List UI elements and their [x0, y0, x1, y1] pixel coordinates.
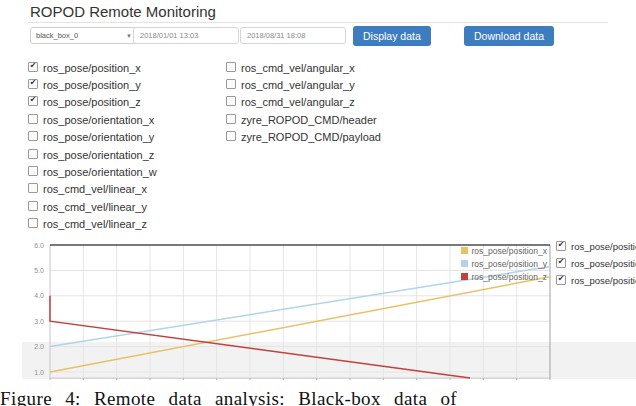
legend-swatch: [461, 273, 468, 280]
topic-label: ros_pose/position_z: [571, 275, 636, 286]
figure-caption: Figure 4: Remote data analysis: Black-bo…: [0, 388, 636, 406]
checkbox-unchecked[interactable]: [226, 62, 236, 72]
topics-column-left: ros_pose/position_xros_pose/position_yro…: [28, 59, 157, 233]
topic-checkbox-row[interactable]: ros_pose/position_x: [556, 238, 636, 255]
chart-topics-sidebar: ros_pose/position_xros_pose/position_yro…: [556, 238, 636, 289]
topic-label: ros_cmd_vel/angular_z: [241, 96, 355, 108]
checkbox-checked[interactable]: [28, 96, 38, 106]
y-tick-label: 4.0: [34, 292, 44, 299]
checkbox-checked[interactable]: [28, 62, 38, 72]
checkbox-unchecked[interactable]: [28, 166, 38, 176]
legend-item: ros_pose/position_y: [461, 257, 547, 270]
end-time-input[interactable]: [240, 27, 346, 44]
checkbox-checked[interactable]: [556, 275, 566, 285]
legend-swatch: [461, 247, 468, 254]
download-data-button[interactable]: Download data: [464, 26, 554, 46]
topic-label: zyre_ROPOD_CMD/header: [241, 114, 377, 126]
topic-label: ros_pose/orientation_z: [43, 149, 154, 161]
topic-label: ros_pose/position_y: [43, 79, 141, 91]
topic-label: ros_pose/orientation_y: [43, 131, 154, 143]
display-data-button[interactable]: Display data: [353, 26, 431, 46]
topic-checkbox-row[interactable]: ros_pose/orientation_z: [28, 146, 157, 163]
topic-checkbox-row[interactable]: ros_pose/orientation_y: [28, 129, 157, 146]
checkbox-unchecked[interactable]: [28, 114, 38, 124]
topics-column-right: ros_cmd_vel/angular_xros_cmd_vel/angular…: [226, 59, 381, 146]
y-tick-label: 2.0: [34, 343, 44, 350]
legend-label: ros_pose/position_z: [471, 272, 547, 282]
page-title: ROPOD Remote Monitoring: [30, 3, 216, 20]
topic-label: ros_cmd_vel/angular_y: [241, 79, 355, 91]
legend-swatch: [461, 260, 468, 267]
topic-label: ros_cmd_vel/linear_z: [43, 218, 147, 230]
title-divider: [28, 22, 608, 23]
topic-checkbox-row[interactable]: ros_cmd_vel/linear_x: [28, 181, 157, 198]
checkbox-checked[interactable]: [28, 79, 38, 89]
topic-label: ros_cmd_vel/linear_x: [43, 183, 147, 195]
legend-label: ros_pose/position_x: [471, 246, 547, 256]
y-tick-label: 5.0: [34, 267, 44, 274]
y-tick-label: 1.0: [34, 369, 44, 376]
checkbox-unchecked[interactable]: [28, 149, 38, 159]
checkbox-unchecked[interactable]: [28, 201, 38, 211]
checkbox-unchecked[interactable]: [226, 114, 236, 124]
topic-checkbox-row[interactable]: ros_cmd_vel/angular_z: [226, 94, 381, 111]
chart-legend: ros_pose/position_xros_pose/position_yro…: [461, 244, 547, 283]
topic-checkbox-row[interactable]: zyre_ROPOD_CMD/header: [226, 111, 381, 128]
topic-checkbox-row[interactable]: ros_pose/orientation_x: [28, 111, 157, 128]
topic-checkbox-row[interactable]: ros_pose/position_z: [28, 94, 157, 111]
topic-label: ros_pose/position_x: [43, 62, 141, 74]
topic-checkbox-row[interactable]: ros_pose/position_y: [556, 255, 636, 272]
checkbox-checked[interactable]: [556, 258, 566, 268]
topic-label: ros_pose/position_y: [571, 258, 636, 269]
topic-label: ros_pose/position_z: [43, 96, 141, 108]
y-tick-label: 3.0: [34, 318, 44, 325]
topic-checkbox-row[interactable]: ros_pose/position_z: [556, 272, 636, 289]
topic-checkbox-row[interactable]: ros_cmd_vel/angular_y: [226, 76, 381, 93]
topic-checkbox-row[interactable]: ros_cmd_vel/linear_y: [28, 198, 157, 215]
topic-checkbox-row[interactable]: ros_cmd_vel/linear_z: [28, 216, 157, 233]
blackbox-select-value: black_box_0: [36, 31, 78, 40]
checkbox-unchecked[interactable]: [226, 131, 236, 141]
y-tick-label: 6.0: [34, 242, 44, 249]
checkbox-unchecked[interactable]: [28, 183, 38, 193]
topic-checkbox-row[interactable]: ros_cmd_vel/angular_x: [226, 59, 381, 76]
topic-checkbox-row[interactable]: ros_pose/orientation_w: [28, 163, 157, 180]
blackbox-select[interactable]: black_box_0 ▼: [30, 27, 138, 44]
topic-checkbox-row[interactable]: zyre_ROPOD_CMD/payload: [226, 129, 381, 146]
topic-label: ros_pose/orientation_w: [43, 166, 157, 178]
legend-item: ros_pose/position_x: [461, 244, 547, 257]
topic-label: zyre_ROPOD_CMD/payload: [241, 131, 381, 143]
topic-label: ros_cmd_vel/angular_x: [241, 62, 355, 74]
checkbox-unchecked[interactable]: [226, 79, 236, 89]
topic-label: ros_pose/position_x: [571, 241, 636, 252]
checkbox-unchecked[interactable]: [28, 218, 38, 228]
topic-label: ros_pose/orientation_x: [43, 114, 154, 126]
checkbox-unchecked[interactable]: [226, 96, 236, 106]
legend-label: ros_pose/position_y: [471, 259, 547, 269]
topic-checkbox-row[interactable]: ros_pose/position_x: [28, 59, 157, 76]
series-line-position_x: [50, 277, 550, 372]
topic-checkbox-row[interactable]: ros_pose/position_y: [28, 76, 157, 93]
topic-label: ros_cmd_vel/linear_y: [43, 201, 147, 213]
chevron-down-icon: ▼: [126, 33, 132, 39]
checkbox-unchecked[interactable]: [28, 131, 38, 141]
checkbox-checked[interactable]: [556, 241, 566, 251]
legend-item: ros_pose/position_z: [461, 270, 547, 283]
start-time-input[interactable]: [133, 27, 239, 44]
